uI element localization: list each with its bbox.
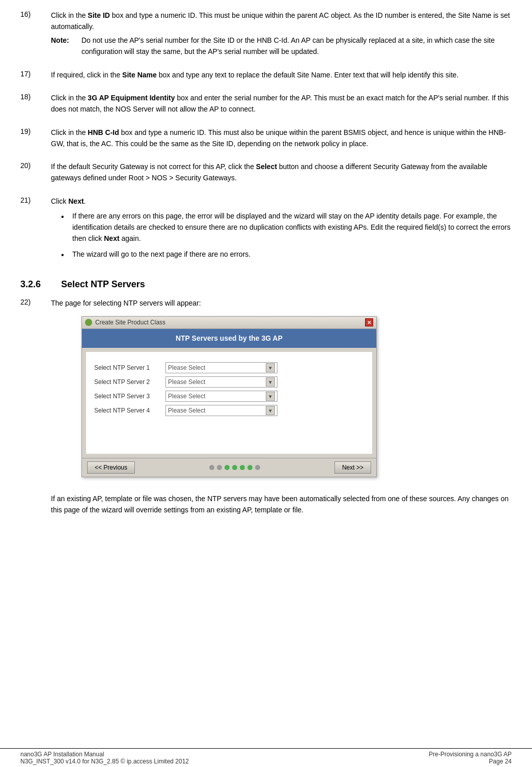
step-21: 21) Click Next. • If there are any error…	[20, 196, 512, 267]
ntp-label-3: Select NTP Server 3	[94, 392, 165, 401]
step-22-text: The page for selecting NTP servers will …	[51, 298, 512, 309]
step-18-content: Click in the 3G AP Equipment Identity bo…	[51, 93, 512, 118]
ntp-select-2-value: Please Select	[168, 377, 205, 387]
dialog-screenshot: Create Site Product Class ✕ NTP Servers …	[81, 316, 377, 478]
step-18: 18) Click in the 3G AP Equipment Identit…	[20, 93, 512, 118]
note-label: Note:	[51, 35, 81, 57]
step-21-text: Click Next.	[51, 196, 512, 207]
step-20-content: If the default Security Gateway is not c…	[51, 161, 512, 186]
step-22-content: The page for selecting NTP servers will …	[51, 298, 512, 484]
step-22-number: 22)	[20, 298, 51, 484]
ntp-select-3-value: Please Select	[168, 392, 205, 401]
step-16-number: 16)	[20, 10, 51, 61]
follow-text: If an existing AP, template or file was …	[51, 494, 512, 515]
dialog-footer: << Previous Next >>	[82, 458, 376, 477]
ntp-row-1: Select NTP Server 1 Please Select ▼	[94, 362, 364, 373]
step-18-number: 18)	[20, 93, 51, 118]
dialog-header-bar: NTP Servers used by the 3G AP	[82, 329, 376, 348]
ntp-select-2-arrow[interactable]: ▼	[266, 377, 275, 387]
step-22: 22) The page for selecting NTP servers w…	[20, 298, 512, 484]
bullet-dot-2: •	[61, 249, 72, 262]
ntp-select-3-arrow[interactable]: ▼	[266, 392, 275, 401]
step-18-text: Click in the 3G AP Equipment Identity bo…	[51, 93, 512, 115]
next-button[interactable]: Next >>	[334, 461, 371, 474]
step-16-text: Click in the Site ID box and type a nume…	[51, 10, 512, 32]
ntp-row-3: Select NTP Server 3 Please Select ▼	[94, 391, 364, 402]
ntp-select-2[interactable]: Please Select ▼	[165, 376, 277, 388]
footer-left: nano3G AP Installation Manual N3G_INST_3…	[20, 751, 189, 765]
step-20: 20) If the default Security Gateway is n…	[20, 161, 512, 186]
dot-1	[209, 465, 214, 470]
ntp-label-2: Select NTP Server 2	[94, 377, 165, 387]
step-17-content: If required, click in the Site Name box …	[51, 70, 512, 84]
bullet-1: • If there are any errors on this page, …	[61, 211, 512, 244]
page-container: 16) Click in the Site ID box and type a …	[0, 0, 532, 767]
step-19-content: Click in the HNB C-Id box and type a num…	[51, 127, 512, 152]
dot-6	[247, 465, 253, 470]
bullet-2-text: The wizard will go to the next page if t…	[72, 249, 250, 262]
ntp-select-4-value: Please Select	[168, 406, 205, 416]
ntp-select-1-value: Please Select	[168, 363, 205, 373]
section-title: Select NTP Servers	[61, 279, 145, 290]
dot-2	[217, 465, 222, 470]
dialog-title: Create Site Product Class	[95, 318, 165, 327]
bullet-2: • The wizard will go to the next page if…	[61, 249, 512, 262]
ntp-select-4[interactable]: Please Select ▼	[165, 405, 277, 416]
footer-right-line2: Page 24	[429, 758, 512, 765]
ntp-row-2: Select NTP Server 2 Please Select ▼	[94, 376, 364, 388]
step-19-number: 19)	[20, 127, 51, 152]
ntp-select-1[interactable]: Please Select ▼	[165, 362, 277, 373]
step-20-text: If the default Security Gateway is not c…	[51, 161, 512, 183]
dialog-titlebar: Create Site Product Class ✕	[82, 317, 376, 329]
ntp-row-4: Select NTP Server 4 Please Select ▼	[94, 405, 364, 416]
section-326: 3.2.6 Select NTP Servers	[20, 279, 512, 290]
step-17-number: 17)	[20, 70, 51, 84]
ntp-select-4-arrow[interactable]: ▼	[266, 406, 275, 415]
section-number: 3.2.6	[20, 279, 61, 290]
dialog-app-icon	[85, 319, 92, 326]
dot-5	[240, 465, 245, 470]
step-17: 17) If required, click in the Site Name …	[20, 70, 512, 84]
ntp-label-4: Select NTP Server 4	[94, 406, 165, 416]
dot-7	[255, 465, 260, 470]
note-text: Do not use the AP's serial number for th…	[81, 35, 512, 57]
footer-left-line1: nano3G AP Installation Manual	[20, 751, 189, 758]
step-16-content: Click in the Site ID box and type a nume…	[51, 10, 512, 61]
prev-button[interactable]: << Previous	[87, 461, 135, 474]
footer-left-line2: N3G_INST_300 v14.0 for N3G_2.85 © ip.acc…	[20, 758, 189, 765]
step-16: 16) Click in the Site ID box and type a …	[20, 10, 512, 61]
step-19: 19) Click in the HNB C-Id box and type a…	[20, 127, 512, 152]
bullet-1-text: If there are any errors on this page, th…	[72, 211, 512, 244]
step-19-text: Click in the HNB C-Id box and type a num…	[51, 127, 512, 149]
ntp-select-1-arrow[interactable]: ▼	[266, 363, 275, 372]
step-16-note: Note: Do not use the AP's serial number …	[51, 35, 512, 57]
step-21-number: 21)	[20, 196, 51, 267]
dialog-close-button[interactable]: ✕	[365, 318, 373, 326]
dialog-body: Select NTP Server 1 Please Select ▼ Sele…	[86, 352, 372, 454]
footer-right-line1: Pre-Provisioning a nano3G AP	[429, 751, 512, 758]
bullet-dot-1: •	[61, 211, 72, 244]
dot-3	[225, 465, 230, 470]
progress-dots	[209, 465, 260, 470]
dot-4	[232, 465, 237, 470]
step-21-bullets: • If there are any errors on this page, …	[61, 211, 512, 262]
footer-right: Pre-Provisioning a nano3G AP Page 24	[429, 751, 512, 765]
step-20-number: 20)	[20, 161, 51, 186]
step-21-content: Click Next. • If there are any errors on…	[51, 196, 512, 267]
ntp-label-1: Select NTP Server 1	[94, 363, 165, 373]
step-17-text: If required, click in the Site Name box …	[51, 70, 512, 81]
ntp-select-3[interactable]: Please Select ▼	[165, 391, 277, 402]
dialog-titlebar-left: Create Site Product Class	[85, 318, 165, 327]
page-footer: nano3G AP Installation Manual N3G_INST_3…	[0, 748, 532, 767]
